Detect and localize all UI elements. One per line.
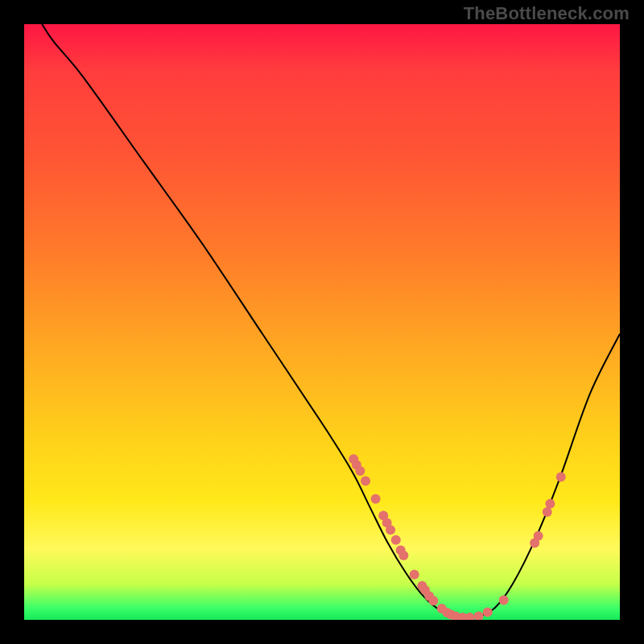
curve-marker [474, 612, 484, 620]
watermark-label: TheBottleneck.com [464, 3, 630, 24]
curve-marker [556, 472, 566, 481]
plot-area [24, 24, 620, 620]
curve-marker [543, 507, 552, 517]
curve-marker [483, 607, 493, 617]
curve-marker [410, 570, 419, 580]
curve-marker [545, 499, 555, 509]
curve-marker [371, 494, 381, 504]
curve-marker [428, 596, 438, 605]
chart-stage: TheBottleneck.com [0, 0, 644, 644]
curve-markers [349, 454, 566, 620]
curve-marker [465, 613, 475, 620]
curve-marker [386, 525, 395, 535]
curve-marker [534, 531, 543, 541]
curve-marker [398, 551, 408, 560]
curve-layer [24, 24, 620, 620]
curve-marker [355, 466, 365, 476]
curve-marker [391, 535, 401, 545]
bottleneck-curve [42, 24, 620, 617]
curve-marker [361, 477, 370, 486]
curve-marker [499, 596, 509, 605]
